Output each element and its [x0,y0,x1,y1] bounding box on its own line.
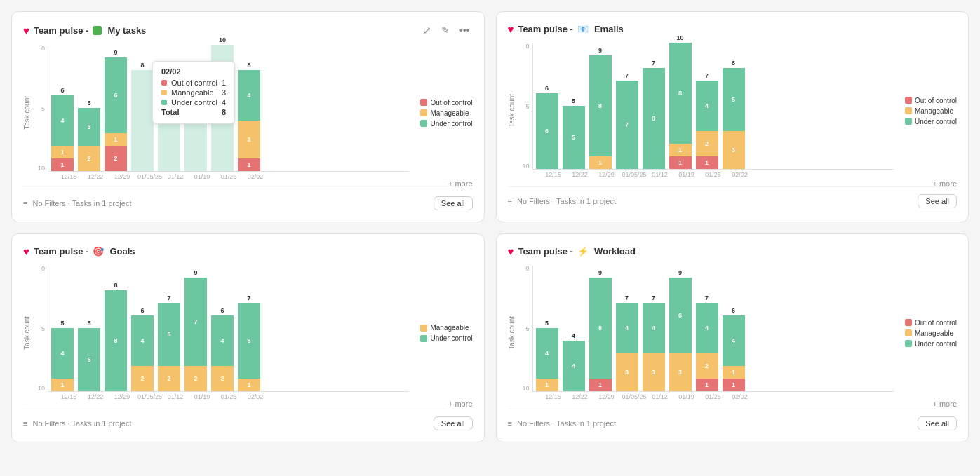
more-link[interactable]: + more [448,400,473,408]
segment-manageable: 1 [238,379,260,391]
segment-under-control: 5 [78,328,100,391]
segment-under-control: 8 [589,278,612,379]
bar-group: 725 [158,294,180,391]
bar-group: 734 [616,294,638,391]
legend-item: Manageable [905,329,957,337]
segment-out-of-control: 1 [589,379,612,391]
x-tick: 01/19 [676,171,698,178]
card-header-actions: ⤢ ✎ ••• [420,23,473,37]
legend: Out of control Manageable Under control [420,99,472,128]
segment-manageable: 3 [643,353,665,391]
segment-under-control: 4 [643,303,665,353]
bar-group: 77 [616,72,638,169]
legend-item: Manageable [420,324,472,332]
y-tick: 0 [38,46,45,52]
see-all-button[interactable]: See all [918,194,957,208]
segment-under-control: 3 [78,108,100,146]
card-title: Team pulse - [34,246,89,257]
x-tick: 01/26 [217,393,240,400]
bar-group: 8 [131,62,154,171]
card-footer: ≡ No Filters · Tasks in 1 project See al… [508,186,958,208]
chart-container: Task count1050514558862472592762471612/1… [23,266,473,400]
more-link[interactable]: + more [932,179,957,188]
legend-color-dot [420,99,427,106]
bar-total-label: 5 [88,100,91,107]
card-workload: ♥ Team pulse - ⚡ Workload Task count1050… [496,233,969,442]
bar-total-label: 8 [141,62,145,69]
bar-group: 918 [589,269,612,391]
bar-total-label: 10 [677,34,684,41]
bar-total-label: 7 [652,294,655,301]
bar-total-label: 6 [732,307,735,314]
bar-total-label: 8 [114,282,118,289]
bar-group: 835 [723,60,745,169]
segment-out-of-control: 1 [723,379,745,391]
bar-stack: 34 [616,303,638,391]
bar-total-label: 9 [598,47,602,54]
legend-label: Manageable [915,107,953,115]
legend-color-dot [420,325,427,332]
tooltip-total-value: 8 [222,108,226,116]
card-subtitle: Emails [594,24,624,34]
tooltip-dot [161,100,167,105]
more-button[interactable]: ••• [457,23,473,37]
x-tick: 12/15 [542,171,565,178]
card-header: ♥ Team pulse - 🎯 Goals [23,245,473,257]
tooltip-label: Manageable [171,88,214,97]
legend-color-dot [420,120,427,127]
segment-under-control: 4 [696,303,718,353]
legend: Out of control Manageable Under control [905,319,957,348]
segment-manageable: 1 [589,156,612,169]
x-tick: 01/05/25 [622,171,645,178]
chart-area: 1050514558862472592762471612/1512/2212/2… [38,266,409,400]
segment-manageable: 2 [696,131,718,156]
tooltip-dot [161,80,167,86]
legend-item: Out of control [905,319,957,327]
bar-stack: 27 [184,278,207,391]
see-all-button[interactable]: See all [434,196,473,210]
y-tick: 5 [523,326,530,332]
bar-group: 8134 [238,62,260,171]
segment-manageable: 1 [536,379,558,391]
legend-color-dot [905,319,912,326]
card-header: ♥ Team pulse - My tasks ⤢ ✎ ••• [23,23,473,37]
x-tick: 12/29 [596,171,618,178]
expand-button[interactable]: ⤢ [420,23,434,37]
bar-group: 716 [238,294,260,391]
tooltip-total-label: Total [161,108,179,116]
segment-under-control: 4 [51,95,74,146]
x-tick: 01/26 [217,173,240,180]
bar-stack: 118 [669,43,692,169]
segment-under-control: 4 [616,303,638,353]
legend-color-dot [905,118,912,125]
more-link[interactable]: + more [932,400,957,408]
legend-label: Under control [430,120,472,128]
card-title: Team pulse - [34,25,89,36]
x-tick: 01/05/25 [137,173,160,180]
bar-total-label: 6 [221,307,224,314]
card-goals: ♥ Team pulse - 🎯 Goals Task count1050514… [11,233,485,442]
tooltip-row: Manageable3 [161,88,226,97]
more-link[interactable]: + more [448,179,473,188]
segment-under-control: 8 [105,290,127,391]
legend-label: Out of control [430,99,472,107]
x-tick: 12/22 [84,173,107,180]
edit-button[interactable]: ✎ [438,23,452,37]
bar-stack [131,70,154,171]
bars-wrapper: 5145588624725927624716 [48,266,409,392]
bar-group: 78 [643,60,665,169]
bar-stack: 6 [536,93,558,169]
y-axis: 1050 [523,43,530,170]
see-all-button[interactable]: See all [918,416,957,430]
legend-item: Under control [420,120,472,128]
legend-color-dot [905,329,912,336]
y-axis-label: Task count [23,316,31,350]
bar-total-label: 7 [168,294,171,301]
segment-under-control: 5 [563,106,585,169]
segment-under-control: 8 [643,68,665,169]
x-tick: 01/19 [191,393,213,400]
bar-group: 927 [184,269,207,391]
see-all-button[interactable]: See all [434,416,473,430]
y-tick: 10 [38,386,45,392]
x-tick: 12/15 [58,173,80,180]
